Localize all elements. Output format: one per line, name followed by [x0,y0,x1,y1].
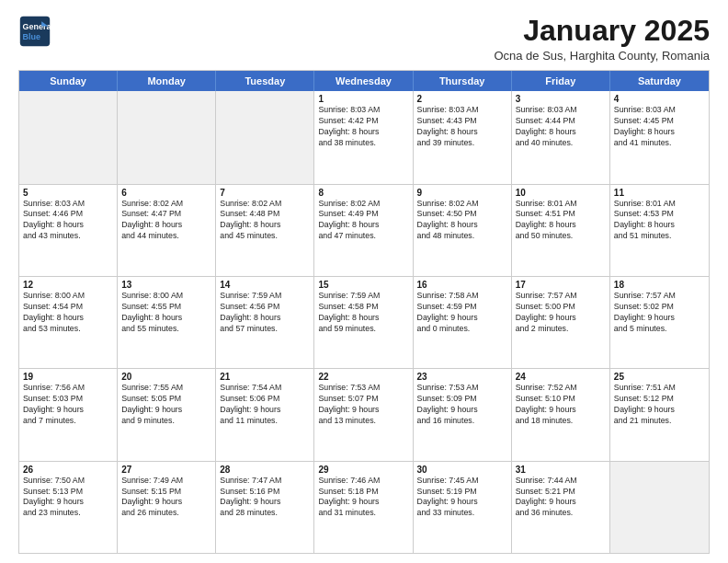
day-number: 16 [417,280,507,290]
svg-text:Blue: Blue [23,32,41,41]
calendar-week-2: 5Sunrise: 8:03 AM Sunset: 4:46 PM Daylig… [19,184,709,276]
day-number: 6 [121,188,211,198]
calendar-cell: 20Sunrise: 7:55 AM Sunset: 5:05 PM Dayli… [118,369,216,460]
cell-info: Sunrise: 7:54 AM Sunset: 5:06 PM Dayligh… [220,383,310,427]
logo-icon: General Blue [18,15,51,48]
calendar-cell: 31Sunrise: 7:44 AM Sunset: 5:21 PM Dayli… [512,462,610,553]
calendar-cell: 29Sunrise: 7:46 AM Sunset: 5:18 PM Dayli… [314,462,413,553]
day-number: 2 [417,94,507,104]
cell-info: Sunrise: 7:58 AM Sunset: 4:59 PM Dayligh… [417,291,507,335]
calendar-body: 1Sunrise: 8:03 AM Sunset: 4:42 PM Daylig… [19,91,709,553]
day-number: 1 [318,94,408,104]
title-block: January 2025 Ocna de Sus, Harghita Count… [494,15,710,63]
calendar: SundayMondayTuesdayWednesdayThursdayFrid… [18,70,710,554]
day-number: 4 [614,94,705,104]
calendar-cell: 9Sunrise: 8:02 AM Sunset: 4:50 PM Daylig… [414,185,512,276]
cell-info: Sunrise: 7:44 AM Sunset: 5:21 PM Dayligh… [516,476,606,520]
day-number: 27 [121,465,211,475]
svg-text:General: General [23,22,52,31]
day-number: 10 [516,188,606,198]
calendar-cell: 28Sunrise: 7:47 AM Sunset: 5:16 PM Dayli… [216,462,314,553]
calendar-cell: 6Sunrise: 8:02 AM Sunset: 4:47 PM Daylig… [118,185,216,276]
day-number: 17 [516,280,606,290]
calendar-cell: 23Sunrise: 7:53 AM Sunset: 5:09 PM Dayli… [414,369,512,460]
calendar-cell: 11Sunrise: 8:01 AM Sunset: 4:53 PM Dayli… [610,185,709,276]
calendar-week-1: 1Sunrise: 8:03 AM Sunset: 4:42 PM Daylig… [19,91,709,183]
cell-info: Sunrise: 8:01 AM Sunset: 4:53 PM Dayligh… [614,199,705,243]
day-number: 15 [318,280,408,290]
header-day-friday: Friday [512,71,610,91]
day-number: 22 [318,372,408,382]
header-day-monday: Monday [118,71,216,91]
cell-info: Sunrise: 8:02 AM Sunset: 4:48 PM Dayligh… [220,199,310,243]
calendar-cell: 25Sunrise: 7:51 AM Sunset: 5:12 PM Dayli… [610,369,709,460]
day-number: 24 [516,372,606,382]
day-number: 30 [417,465,507,475]
cell-info: Sunrise: 7:49 AM Sunset: 5:15 PM Dayligh… [121,476,211,520]
calendar-header-row: SundayMondayTuesdayWednesdayThursdayFrid… [19,71,709,91]
calendar-cell: 3Sunrise: 8:03 AM Sunset: 4:44 PM Daylig… [512,91,610,183]
header-day-saturday: Saturday [610,71,709,91]
day-number: 5 [23,188,113,198]
calendar-cell: 7Sunrise: 8:02 AM Sunset: 4:48 PM Daylig… [216,185,314,276]
calendar-cell: 15Sunrise: 7:59 AM Sunset: 4:58 PM Dayli… [314,277,413,368]
cell-info: Sunrise: 8:03 AM Sunset: 4:42 PM Dayligh… [318,105,408,149]
day-number: 23 [417,372,507,382]
calendar-cell [610,462,709,553]
day-number: 31 [516,465,606,475]
day-number: 8 [318,188,408,198]
calendar-cell [19,91,118,183]
calendar-cell: 2Sunrise: 8:03 AM Sunset: 4:43 PM Daylig… [414,91,512,183]
calendar-cell: 12Sunrise: 8:00 AM Sunset: 4:54 PM Dayli… [19,277,118,368]
cell-info: Sunrise: 8:03 AM Sunset: 4:45 PM Dayligh… [614,105,705,149]
day-number: 29 [318,465,408,475]
day-number: 20 [121,372,211,382]
day-number: 9 [417,188,507,198]
cell-info: Sunrise: 7:47 AM Sunset: 5:16 PM Dayligh… [220,476,310,520]
day-number: 28 [220,465,310,475]
calendar-cell: 1Sunrise: 8:03 AM Sunset: 4:42 PM Daylig… [314,91,413,183]
cell-info: Sunrise: 7:57 AM Sunset: 5:00 PM Dayligh… [516,291,606,335]
calendar-cell: 13Sunrise: 8:00 AM Sunset: 4:55 PM Dayli… [118,277,216,368]
cell-info: Sunrise: 7:50 AM Sunset: 5:13 PM Dayligh… [23,476,113,520]
calendar-cell: 24Sunrise: 7:52 AM Sunset: 5:10 PM Dayli… [512,369,610,460]
calendar-cell [118,91,216,183]
header-day-thursday: Thursday [414,71,512,91]
calendar-cell: 8Sunrise: 8:02 AM Sunset: 4:49 PM Daylig… [314,185,413,276]
cell-info: Sunrise: 7:57 AM Sunset: 5:02 PM Dayligh… [614,291,705,335]
cell-info: Sunrise: 8:02 AM Sunset: 4:49 PM Dayligh… [318,199,408,243]
header-day-sunday: Sunday [19,71,118,91]
cell-info: Sunrise: 7:59 AM Sunset: 4:58 PM Dayligh… [318,291,408,335]
cell-info: Sunrise: 8:03 AM Sunset: 4:43 PM Dayligh… [417,105,507,149]
calendar-cell: 16Sunrise: 7:58 AM Sunset: 4:59 PM Dayli… [414,277,512,368]
calendar-cell: 14Sunrise: 7:59 AM Sunset: 4:56 PM Dayli… [216,277,314,368]
cell-info: Sunrise: 8:02 AM Sunset: 4:50 PM Dayligh… [417,199,507,243]
cell-info: Sunrise: 7:51 AM Sunset: 5:12 PM Dayligh… [614,383,705,427]
cell-info: Sunrise: 7:56 AM Sunset: 5:03 PM Dayligh… [23,383,113,427]
calendar-week-4: 19Sunrise: 7:56 AM Sunset: 5:03 PM Dayli… [19,368,709,460]
subtitle: Ocna de Sus, Harghita County, Romania [494,49,710,63]
cell-info: Sunrise: 8:02 AM Sunset: 4:47 PM Dayligh… [121,199,211,243]
day-number: 25 [614,372,705,382]
calendar-cell: 22Sunrise: 7:53 AM Sunset: 5:07 PM Dayli… [314,369,413,460]
page: General Blue January 2025 Ocna de Sus, H… [0,0,728,563]
cell-info: Sunrise: 7:53 AM Sunset: 5:07 PM Dayligh… [318,383,408,427]
cell-info: Sunrise: 8:03 AM Sunset: 4:46 PM Dayligh… [23,199,113,243]
calendar-cell: 4Sunrise: 8:03 AM Sunset: 4:45 PM Daylig… [610,91,709,183]
cell-info: Sunrise: 7:59 AM Sunset: 4:56 PM Dayligh… [220,291,310,335]
cell-info: Sunrise: 7:46 AM Sunset: 5:18 PM Dayligh… [318,476,408,520]
month-title: January 2025 [494,15,710,47]
day-number: 21 [220,372,310,382]
calendar-week-5: 26Sunrise: 7:50 AM Sunset: 5:13 PM Dayli… [19,461,709,553]
calendar-cell: 17Sunrise: 7:57 AM Sunset: 5:00 PM Dayli… [512,277,610,368]
day-number: 12 [23,280,113,290]
day-number: 19 [23,372,113,382]
calendar-cell: 30Sunrise: 7:45 AM Sunset: 5:19 PM Dayli… [414,462,512,553]
cell-info: Sunrise: 8:03 AM Sunset: 4:44 PM Dayligh… [516,105,606,149]
day-number: 3 [516,94,606,104]
calendar-cell: 10Sunrise: 8:01 AM Sunset: 4:51 PM Dayli… [512,185,610,276]
calendar-week-3: 12Sunrise: 8:00 AM Sunset: 4:54 PM Dayli… [19,276,709,368]
cell-info: Sunrise: 7:45 AM Sunset: 5:19 PM Dayligh… [417,476,507,520]
header-day-wednesday: Wednesday [314,71,413,91]
cell-info: Sunrise: 7:52 AM Sunset: 5:10 PM Dayligh… [516,383,606,427]
